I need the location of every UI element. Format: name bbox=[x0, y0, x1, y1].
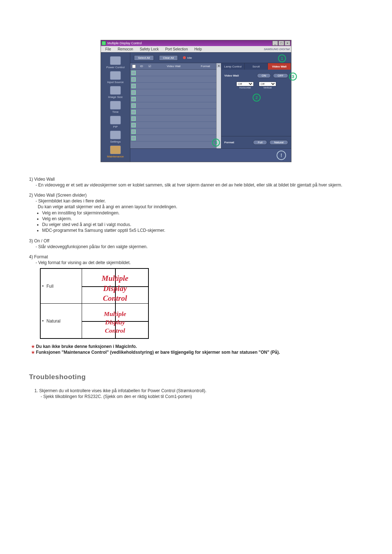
table-row[interactable] bbox=[130, 128, 216, 135]
format-natural-button[interactable]: Natural bbox=[269, 140, 288, 145]
table-row[interactable] bbox=[130, 109, 216, 115]
maximize-button[interactable]: □ bbox=[278, 41, 284, 46]
scroll-up-icon[interactable]: ▴ bbox=[217, 63, 221, 67]
left-nav: Power Control Input Source Image Size Ti… bbox=[101, 53, 130, 162]
table-row[interactable] bbox=[130, 89, 216, 96]
table-scrollbar[interactable]: ▴ bbox=[216, 63, 221, 148]
item-3-number: 3) bbox=[29, 238, 33, 243]
main-toolbar: Select All Clear All Idle bbox=[130, 53, 291, 63]
item-4-number: 4) bbox=[29, 254, 33, 259]
item-2-bullet: Velg en innstilling for skjerminndelinge… bbox=[42, 210, 363, 216]
table-row[interactable] bbox=[130, 102, 216, 109]
vertical-label: Vertical bbox=[259, 86, 276, 89]
titlebar: Multiple Display Control _ □ × bbox=[101, 40, 291, 46]
tab-lamp-control[interactable]: Lamp Control bbox=[221, 63, 245, 70]
row-checkbox[interactable] bbox=[131, 103, 136, 108]
row-checkbox[interactable] bbox=[131, 110, 136, 114]
video-wall-off-button[interactable]: OFF bbox=[273, 73, 288, 78]
nav-settings[interactable]: Settings bbox=[101, 131, 130, 143]
tab-scroll[interactable]: Scroll bbox=[245, 63, 268, 70]
col-status-icon: ☑ bbox=[146, 65, 153, 68]
item-2-number: 2) bbox=[29, 193, 33, 198]
item-2-bullet: Velg en skjerm. bbox=[42, 216, 363, 222]
item-1-desc: - En videovegg er et sett av videoskjerm… bbox=[29, 182, 363, 188]
format-full-button[interactable]: Full bbox=[253, 140, 267, 145]
nav-power-control[interactable]: Power Control bbox=[101, 56, 130, 69]
troubleshoot-1: Skjermen du vil kontrollere vises ikke p… bbox=[39, 388, 207, 393]
nav-image-size[interactable]: Image Size bbox=[101, 86, 130, 99]
menubar: File Remocon Safety Lock Port Selection … bbox=[101, 46, 291, 52]
nav-maintenance[interactable]: Maintenance bbox=[101, 145, 130, 158]
item-2-desc-1: - Skjermbildet kan deles i flere deler. bbox=[29, 198, 363, 204]
row-checkbox[interactable] bbox=[131, 77, 136, 82]
row-checkbox[interactable] bbox=[131, 116, 136, 121]
row-checkbox[interactable] bbox=[131, 136, 136, 140]
row-checkbox[interactable] bbox=[131, 130, 136, 134]
format-full-graphic: Multiple Display Control bbox=[82, 268, 148, 304]
item-2-title: Video Wall (Screen divider) bbox=[34, 193, 87, 198]
row-checkbox[interactable] bbox=[131, 90, 136, 95]
table-row[interactable] bbox=[130, 122, 216, 128]
format-label: Format bbox=[224, 141, 234, 144]
doc-body: 1) Video Wall - En videovegg er et sett … bbox=[29, 177, 363, 399]
table-row[interactable] bbox=[130, 83, 216, 89]
format-natural-label: Natural bbox=[40, 304, 82, 339]
callout-3: 3 bbox=[289, 73, 297, 81]
menu-file[interactable]: File bbox=[102, 47, 114, 52]
vertical-select[interactable]: Off bbox=[259, 82, 276, 86]
callout-2: 2 bbox=[253, 94, 261, 102]
table-row[interactable] bbox=[130, 70, 216, 76]
horizontal-label: Horizontal bbox=[236, 86, 254, 89]
format-full-label: Full bbox=[40, 268, 82, 304]
col-video-wall: Video Wall bbox=[153, 65, 195, 68]
star-note-1: Du kan ikke bruke denne funksjonen i Mag… bbox=[29, 344, 363, 349]
idle-indicator: Idle bbox=[183, 56, 192, 59]
format-natural-graphic: Multiple Display Control bbox=[82, 304, 148, 339]
col-id: ID bbox=[137, 65, 146, 68]
display-table: ID ☑ Video Wall Format bbox=[130, 63, 216, 148]
callout-1: 1 bbox=[278, 54, 286, 62]
table-row[interactable] bbox=[130, 115, 216, 122]
item-1-number: 1) bbox=[29, 177, 33, 182]
window-title: Multiple Display Control bbox=[107, 41, 142, 45]
close-button[interactable]: × bbox=[285, 41, 290, 46]
idle-dot-icon bbox=[183, 56, 186, 59]
row-checkbox[interactable] bbox=[131, 97, 136, 101]
item-2-bullet: MDC-programmet fra Samsung støtter oppti… bbox=[42, 227, 363, 233]
tab-video-wall[interactable]: Video Wall bbox=[268, 63, 291, 70]
footer-panel: ! bbox=[130, 148, 291, 162]
item-3-title: On / Off bbox=[34, 238, 49, 243]
row-checkbox[interactable] bbox=[131, 71, 136, 75]
video-wall-label: Video Wall bbox=[224, 74, 239, 77]
nav-time[interactable]: Time bbox=[101, 101, 130, 114]
select-all-button[interactable]: Select All bbox=[134, 55, 154, 61]
nav-input-source[interactable]: Input Source bbox=[101, 71, 130, 84]
right-panel: 1 Lamp Control Scroll Video Wall Video W… bbox=[221, 63, 291, 148]
troubleshoot-1-sub: - Sjekk tilkoblingen for RS232C. (Sjekk … bbox=[39, 394, 363, 399]
nav-pip[interactable]: PIP bbox=[101, 116, 130, 128]
table-row[interactable] bbox=[130, 135, 216, 141]
row-checkbox[interactable] bbox=[131, 84, 136, 88]
horizontal-select[interactable]: Off bbox=[236, 82, 254, 86]
header-checkbox[interactable] bbox=[132, 65, 136, 68]
table-row[interactable] bbox=[130, 76, 216, 83]
menu-help[interactable]: Help bbox=[191, 47, 205, 52]
minimize-button[interactable]: _ bbox=[272, 41, 278, 46]
item-1-title: Video Wall bbox=[34, 177, 55, 182]
app-icon bbox=[102, 41, 106, 45]
table-row[interactable] bbox=[130, 96, 216, 102]
clear-all-button[interactable]: Clear All bbox=[159, 55, 178, 61]
menu-safety-lock[interactable]: Safety Lock bbox=[137, 47, 162, 52]
menu-remocon[interactable]: Remocon bbox=[115, 47, 136, 52]
video-wall-on-button[interactable]: ON bbox=[257, 73, 271, 78]
item-3-desc: - Slår videoveggfunksjonen på/av for den… bbox=[29, 244, 363, 249]
menu-port-selection[interactable]: Port Selection bbox=[162, 47, 191, 52]
item-4-title: Format bbox=[34, 254, 48, 259]
star-note-2: Funksjonen "Maintenance Control" (vedlik… bbox=[29, 350, 363, 355]
item-2-bullet: Du velger sted ved å angi et tall i valg… bbox=[42, 222, 363, 227]
col-format: Format bbox=[195, 65, 216, 68]
format-graphic-table: Full Multiple Display Control Natural bbox=[40, 268, 149, 339]
item-4-desc: - Velg format for visning av det delte s… bbox=[29, 260, 363, 265]
row-checkbox[interactable] bbox=[131, 123, 136, 127]
warning-icon: ! bbox=[277, 151, 286, 160]
